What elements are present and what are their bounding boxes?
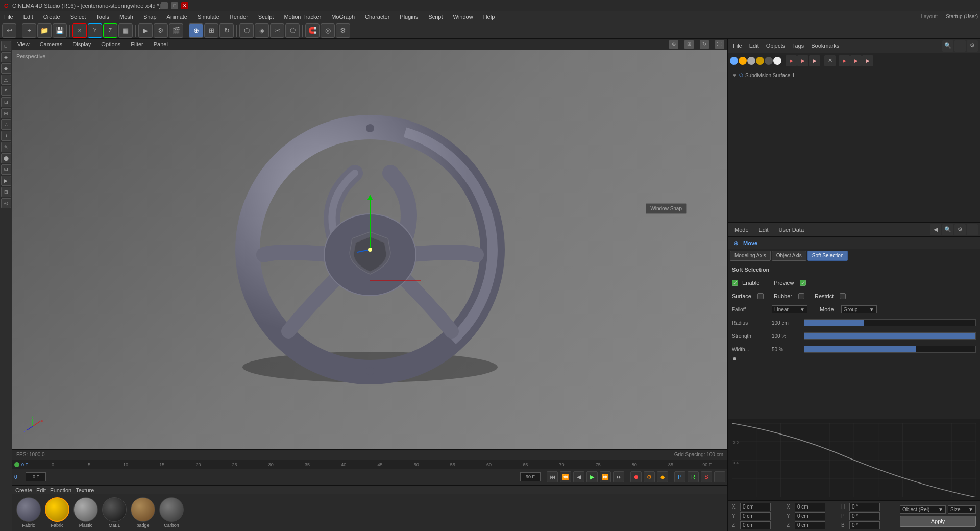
- objects-settings-icon[interactable]: ⚙: [967, 40, 978, 52]
- menu-plugins[interactable]: Plugins: [398, 13, 420, 21]
- falloff-dropdown[interactable]: Linear ▼: [772, 305, 807, 313]
- record-button[interactable]: ⏺: [630, 471, 642, 482]
- menu-simulate[interactable]: Simulate: [195, 13, 222, 21]
- radius-slider[interactable]: [804, 319, 976, 326]
- object-rel-dropdown[interactable]: Object (Rel)▼: [900, 505, 946, 514]
- tab-soft-selection[interactable]: Soft Selection: [807, 251, 848, 261]
- point-mode-button[interactable]: Y: [88, 23, 102, 38]
- vp-menu-panel[interactable]: Panel: [152, 40, 170, 49]
- rotate-tool-button[interactable]: ↻: [219, 23, 234, 38]
- menu-sculpt[interactable]: Sculpt: [256, 13, 276, 21]
- material-menu-function[interactable]: Function: [50, 487, 71, 493]
- viewport-3d[interactable]: Perspective: [12, 50, 727, 449]
- mode-dropdown[interactable]: Group ▼: [841, 305, 877, 313]
- minimize-button[interactable]: —: [161, 2, 168, 9]
- left-tb-mograph[interactable]: M: [1, 108, 11, 118]
- left-tb-render[interactable]: ▶: [1, 176, 11, 186]
- material-menu-texture[interactable]: Texture: [76, 487, 94, 493]
- menu-snap[interactable]: Snap: [141, 13, 159, 21]
- left-tb-particles[interactable]: ∴: [1, 119, 11, 130]
- material-item-4[interactable]: badge: [130, 496, 156, 529]
- objects-menu-objects[interactable]: Objects: [763, 42, 788, 50]
- y-input[interactable]: [740, 512, 771, 520]
- render-button[interactable]: ▶: [138, 23, 153, 38]
- vp-icon-zoom[interactable]: ⊞: [684, 40, 694, 49]
- bridge-button[interactable]: ⬠: [285, 23, 300, 38]
- objects-filter-icon[interactable]: ≡: [954, 40, 966, 52]
- menu-help[interactable]: Help: [481, 13, 497, 21]
- polygon-mode-button[interactable]: ▦: [118, 23, 133, 38]
- tab-modeling-axis[interactable]: Modeling Axis: [730, 251, 771, 261]
- vp-menu-display[interactable]: Display: [70, 40, 93, 49]
- undo-button[interactable]: ↩: [2, 23, 16, 38]
- left-tb-deform[interactable]: ⊡: [1, 97, 11, 107]
- save-button[interactable]: 💾: [53, 23, 67, 38]
- left-tb-materials[interactable]: ⬤: [1, 153, 11, 163]
- more-button[interactable]: ⚙: [336, 23, 350, 38]
- close-button[interactable]: ✕: [181, 2, 188, 9]
- render-settings-button[interactable]: ⚙: [154, 23, 168, 38]
- go-to-start-button[interactable]: ⏮: [547, 471, 558, 482]
- z-input[interactable]: [740, 521, 771, 529]
- width-slider[interactable]: [804, 346, 976, 353]
- scale-tool-button[interactable]: ⊞: [204, 23, 218, 38]
- menu-mesh[interactable]: Mesh: [117, 13, 135, 21]
- extrude-button[interactable]: ⬡: [239, 23, 254, 38]
- current-frame-input[interactable]: [26, 472, 46, 481]
- size-dropdown[interactable]: Size▼: [948, 505, 976, 514]
- h-input[interactable]: [849, 503, 880, 511]
- surface-checkbox[interactable]: [757, 293, 764, 299]
- object-row-subdivision[interactable]: ▼ ⬡ Subdivision Surface-1: [730, 70, 978, 80]
- vp-icon-rotate[interactable]: ↻: [700, 40, 709, 49]
- material-item-1[interactable]: Fabric: [44, 496, 70, 529]
- x-input[interactable]: [740, 503, 771, 511]
- left-tb-tags[interactable]: 🏷: [1, 164, 11, 175]
- left-tb-camera[interactable]: ◈: [1, 52, 11, 62]
- material-menu-create[interactable]: Create: [15, 487, 32, 493]
- objects-menu-bookmarks[interactable]: Bookmarks: [808, 42, 842, 50]
- menu-tools[interactable]: Tools: [94, 13, 111, 21]
- left-tb-spline[interactable]: S: [1, 86, 11, 96]
- menu-select[interactable]: Select: [68, 13, 88, 21]
- attr-more-icon[interactable]: ≡: [967, 224, 978, 235]
- left-tb-snap[interactable]: ◎: [1, 198, 11, 208]
- maximize-button[interactable]: □: [171, 2, 178, 9]
- menu-animate[interactable]: Animate: [165, 13, 189, 21]
- vp-menu-options[interactable]: Options: [99, 40, 122, 49]
- viewport-render-button[interactable]: 🎬: [169, 23, 183, 38]
- left-tb-hair[interactable]: ⌇: [1, 131, 11, 141]
- attr-back-icon[interactable]: ◀: [930, 224, 941, 235]
- material-menu-edit[interactable]: Edit: [36, 487, 46, 493]
- autokey-button[interactable]: ⚙: [644, 471, 655, 482]
- knife-button[interactable]: ✂: [270, 23, 284, 38]
- step-back-button[interactable]: ⏪: [560, 471, 571, 482]
- open-button[interactable]: 📁: [37, 23, 52, 38]
- x2-input[interactable]: [795, 503, 825, 511]
- play-button[interactable]: ▶: [586, 471, 598, 482]
- end-frame-input[interactable]: [520, 472, 541, 481]
- move-tool-button[interactable]: ⊕: [189, 23, 203, 38]
- menu-file[interactable]: File: [2, 13, 15, 21]
- objects-menu-edit[interactable]: Edit: [746, 42, 762, 50]
- strength-slider[interactable]: [804, 332, 976, 340]
- menu-script[interactable]: Script: [426, 13, 445, 21]
- attr-settings-icon[interactable]: ⚙: [954, 224, 966, 235]
- menu-edit[interactable]: Edit: [21, 13, 35, 21]
- z2-input[interactable]: [795, 521, 825, 529]
- menu-motion-tracker[interactable]: Motion Tracker: [282, 13, 323, 21]
- timeline-ruler[interactable]: 0 F 0 5 10 15 20 25 30 35 40 45 50 55 60…: [12, 460, 727, 469]
- object-mode-button[interactable]: ✕: [72, 23, 87, 38]
- left-tb-sculpt[interactable]: ✎: [1, 142, 11, 152]
- preview-checkbox[interactable]: ✓: [800, 280, 806, 286]
- vp-menu-filter[interactable]: Filter: [129, 40, 145, 49]
- menu-window[interactable]: Window: [451, 13, 475, 21]
- tab-object-axis[interactable]: Object Axis: [772, 251, 806, 261]
- pos-key-button[interactable]: P: [674, 471, 685, 482]
- menu-mograph[interactable]: MoGraph: [329, 13, 357, 21]
- rot-key-button[interactable]: R: [688, 471, 699, 482]
- material-item-5[interactable]: Carbon: [158, 496, 185, 529]
- menu-create[interactable]: Create: [41, 13, 62, 21]
- rubber-checkbox[interactable]: [798, 293, 804, 299]
- attr-tab-userdata[interactable]: User Data: [774, 224, 809, 235]
- falloff-graph[interactable]: 0.5 0.4 0 0.1 0.2 0.3 0.4 0.5 0.6 0.7 0.…: [728, 419, 980, 500]
